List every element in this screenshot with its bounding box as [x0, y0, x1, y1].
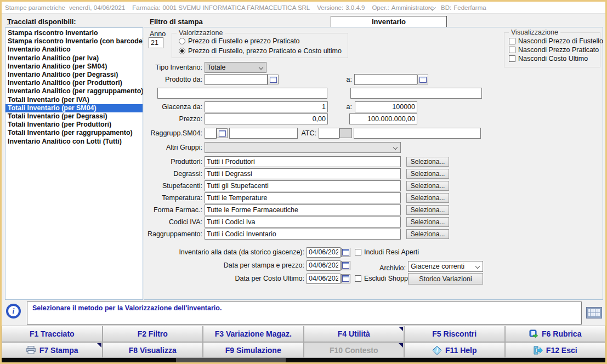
tipo-inventario-select[interactable]: Totale	[205, 62, 266, 73]
list-item[interactable]: Inventario Analitico (per raggruppamento…	[5, 87, 143, 95]
raggruppamento-seleziona-button[interactable]: Seleziona...	[406, 229, 449, 239]
radio-option-fustello-praticato-costo[interactable]: Prezzo di Fustello, prezzo Praticato e C…	[179, 47, 342, 55]
list-item[interactable]: Totali Inventario (per IVA)	[5, 96, 143, 104]
prodotto-da-lookup-button[interactable]	[268, 75, 279, 84]
inventario-alla-data-input[interactable]	[307, 247, 341, 258]
checkbox-nascondi-praticato[interactable]: Nascondi Prezzo Praticato	[509, 46, 599, 54]
altri-gruppi-select[interactable]	[205, 142, 401, 153]
f6-rubrica-button[interactable]: F6 Rubrica	[505, 326, 606, 342]
checkbox-icon[interactable]	[509, 38, 515, 44]
atc-lookup-button[interactable]	[339, 128, 352, 138]
prezzo-a-input[interactable]	[349, 113, 417, 124]
raggruppamento-input[interactable]	[205, 229, 401, 240]
checkbox-label: Nascondi Prezzo Praticato	[518, 46, 599, 54]
giacenza-a-input[interactable]	[355, 101, 417, 112]
atc-code-input[interactable]	[319, 128, 339, 139]
prezzo-da-input[interactable]	[205, 113, 328, 124]
list-item[interactable]: Inventario Analitico (per Produttori)	[5, 79, 143, 87]
table-lookup-icon	[419, 77, 427, 83]
degrassi-seleziona-button[interactable]: Seleziona...	[406, 169, 449, 179]
f12-esci-button[interactable]: F12 Esci	[505, 342, 606, 358]
visualizzazione-title: Visualizzazione	[509, 29, 560, 36]
atc-desc-input[interactable]	[354, 128, 481, 139]
codici-iva-input[interactable]	[205, 217, 401, 228]
submenu-corner-icon	[97, 343, 101, 348]
list-item-selected[interactable]: Totali Inventario (per SM04)	[5, 104, 143, 112]
data-stampa-input[interactable]	[307, 260, 341, 271]
list-item[interactable]: Stampa riscontro Inventario	[5, 29, 143, 37]
checkbox-nascondi-costo[interactable]: Nascondi Costo Ultimo	[509, 55, 588, 62]
f5-riscontri-button[interactable]: F5 Riscontri	[404, 326, 505, 342]
checkbox-icon[interactable]	[355, 249, 361, 255]
f11-help-button[interactable]: i F11 Help	[404, 342, 505, 358]
f9-simulazione-button[interactable]: F9 Simulazione	[203, 342, 304, 358]
archivio-value: Giacenze correnti	[411, 263, 464, 270]
tipo-inventario-label: Tipo Inventario:	[144, 64, 202, 71]
f1-tracciato-button[interactable]: F1 Tracciato	[2, 326, 103, 342]
giacenza-da-input[interactable]	[205, 101, 328, 112]
checkbox-escludi-shopper[interactable]: Escludi Shopper	[355, 275, 414, 282]
titlebar-farmacia: Farmacia: 0001 SVEMU INFORMATICA FARMACE…	[132, 4, 310, 11]
produttori-input[interactable]	[205, 156, 401, 167]
raggrupp-sm04-lookup-button[interactable]	[217, 128, 228, 138]
list-item[interactable]: Totali Inventario (per Degrassi)	[5, 112, 143, 121]
prodotto-a-lookup-button[interactable]	[417, 75, 428, 84]
raggrupp-sm04-code-input[interactable]	[205, 128, 217, 139]
stupefacenti-input[interactable]	[205, 180, 401, 191]
radio-option-fustello-praticato[interactable]: Prezzo di Fustello e prezzo Praticato	[179, 37, 300, 45]
f3-variazione-magaz-button[interactable]: F3 Variazione Magaz.	[203, 326, 304, 342]
f2-filtro-button[interactable]: F2 Filtro	[103, 326, 203, 342]
list-item[interactable]: Inventario Analitico con Lotti (Tutti)	[5, 138, 143, 146]
prezzo-label: Prezzo:	[144, 115, 202, 123]
archivio-select[interactable]: Giacenze correnti	[408, 261, 483, 272]
storico-variazioni-button[interactable]: Storico Variazioni	[408, 273, 483, 285]
list-item[interactable]: Inventario Analitico (per Degrassi)	[5, 71, 143, 79]
anno-input[interactable]	[149, 37, 163, 48]
list-item[interactable]: Totali Inventario (per Produttori)	[5, 121, 143, 129]
prodotto-da-input[interactable]	[205, 74, 268, 85]
checkbox-icon[interactable]	[355, 275, 361, 282]
checkbox-nascondi-fustello[interactable]: Nascondi Prezzo di Fustello	[509, 37, 603, 45]
keyboard-icon[interactable]	[586, 307, 602, 318]
data-costo-ultimo-input[interactable]	[307, 274, 341, 284]
list-item[interactable]: Inventario Analitico (per Iva)	[5, 54, 143, 62]
codici-iva-seleziona-button[interactable]: Seleziona...	[406, 217, 449, 227]
temperatura-seleziona-button[interactable]: Seleziona...	[406, 193, 449, 203]
degrassi-label: Degrassi:	[144, 170, 202, 178]
radio-selected-icon[interactable]	[179, 48, 185, 54]
raggrupp-sm04-desc-input[interactable]	[229, 128, 298, 139]
radio-label: Prezzo di Fustello, prezzo Praticato e C…	[188, 47, 342, 55]
radio-icon[interactable]	[179, 38, 185, 44]
list-item[interactable]: Inventario Analitico (per SM04)	[5, 62, 143, 71]
checkbox-icon[interactable]	[509, 47, 515, 53]
versione-label: Versione:	[317, 4, 343, 11]
tracciati-listbox[interactable]: Stampa riscontro Inventario Stampa risco…	[5, 27, 143, 300]
temperatura-input[interactable]	[205, 192, 401, 203]
checkbox-includi-resi[interactable]: Includi Resi Aperti	[355, 248, 419, 256]
bd-value: Federfarma	[453, 4, 486, 11]
f4-utilita-button[interactable]: F4 Utilità	[304, 326, 405, 342]
f8-visualizza-button[interactable]: F8 Visualizza	[103, 342, 203, 358]
list-item[interactable]: Stampa riscontro Inventario (con barcode…	[5, 37, 143, 46]
prodotto-a-descrizione-input[interactable]	[350, 88, 482, 99]
forma-farmac-input[interactable]	[205, 204, 401, 215]
checkbox-icon[interactable]	[509, 55, 515, 62]
raggruppamento-label: Raggruppamento:	[144, 230, 202, 238]
produttori-seleziona-button[interactable]: Seleziona...	[406, 157, 449, 167]
prodotto-da-descrizione-input[interactable]	[157, 88, 327, 99]
radio-label: Prezzo di Fustello e prezzo Praticato	[188, 37, 300, 45]
raggrupp-sm04-label: Raggrupp.SM04:	[144, 129, 202, 137]
tracciati-header: Tracciati disponibili:	[7, 18, 76, 26]
inventario-data-calendar-button[interactable]	[341, 248, 350, 257]
titlebar-bd: BD: Federfarma	[441, 4, 486, 11]
prodotto-a-input[interactable]	[354, 74, 417, 85]
list-item[interactable]: Totali Inventario (per raggruppamento)	[5, 129, 143, 137]
stupefacenti-seleziona-button[interactable]: Seleziona...	[406, 181, 449, 191]
data-costo-calendar-button[interactable]	[341, 274, 350, 283]
codici-iva-label: Codici IVA:	[144, 218, 202, 226]
list-item[interactable]: Inventario Analitico	[5, 46, 143, 54]
forma-farmac-seleziona-button[interactable]: Seleziona...	[406, 205, 449, 215]
f7-stampa-button[interactable]: F7 Stampa	[2, 342, 103, 358]
data-stampa-calendar-button[interactable]	[341, 261, 350, 270]
degrassi-input[interactable]	[205, 168, 401, 179]
